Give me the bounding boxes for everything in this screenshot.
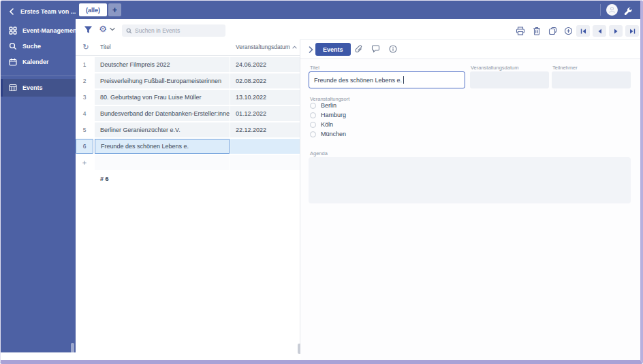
sidebar: Erstes Team von ... Event-Management Suc…: [1, 1, 76, 352]
record-count: # 6: [100, 176, 300, 182]
sort-ascending-icon: [292, 46, 297, 49]
radio-option-berlin[interactable]: Berlin: [310, 102, 336, 109]
view-tab-alle[interactable]: (alle): [79, 3, 107, 16]
sidebar-item-events[interactable]: Events: [1, 79, 76, 97]
row-number[interactable]: 5: [76, 122, 93, 137]
table-header: ↻ Titel Veranstaltungsdatum: [76, 39, 300, 56]
comment-bubble-icon[interactable]: [371, 45, 381, 55]
field-label-titel: Titel: [310, 65, 319, 71]
table-row[interactable]: 4 Bundesverband der Datenbanken-Erstelle…: [76, 106, 300, 121]
cell-titel[interactable]: Bundesverband der Datenbanken-Ersteller:…: [95, 106, 230, 121]
sidebar-item-label: Suche: [22, 43, 41, 50]
veranstaltungsdatum-input[interactable]: [470, 71, 549, 88]
duplicate-icon[interactable]: [547, 26, 558, 36]
chevron-down-icon[interactable]: [109, 26, 116, 33]
table-icon: [8, 84, 17, 93]
sidebar-item-label: Events: [22, 84, 43, 91]
cell-datum[interactable]: 24.06.2022: [230, 57, 300, 72]
table-pane: ↻ Titel Veranstaltungsdatum 1 Deutscher …: [76, 39, 300, 360]
column-header-veranstaltungsdatum[interactable]: Veranstaltungsdatum: [236, 44, 297, 50]
field-label-teilnehmer: Teilnehmer: [552, 65, 578, 71]
cell-datum[interactable]: 13.10.2022: [230, 90, 300, 105]
table-row-selected[interactable]: 6 Freunde des schönen Lebens e.: [76, 139, 300, 154]
radio-icon: [310, 122, 316, 128]
titel-input[interactable]: Freunde des schönen Lebens e.: [309, 71, 465, 88]
cell-datum[interactable]: 22.12.2022: [230, 122, 300, 137]
delete-icon[interactable]: [531, 26, 542, 36]
back-chevron-icon: [7, 7, 16, 16]
agenda-textarea[interactable]: [309, 157, 631, 203]
app-window: Erstes Team von ... Event-Management Suc…: [0, 0, 643, 364]
table-row[interactable]: 3 80. Geburtstag von Frau Luise Müller 1…: [76, 90, 300, 105]
sidebar-item-label: Event-Management: [22, 27, 79, 34]
detail-pane: Events Titel Freunde des schönen Lebens …: [300, 39, 640, 360]
table-rows: 1 Deutscher Filmpreis 2022 24.06.2022 2 …: [76, 57, 300, 182]
field-label-agenda: Agenda: [310, 150, 328, 156]
search-input[interactable]: [135, 27, 221, 34]
cell-titel[interactable]: Preisverleihung Fußball-Europameisterinn…: [95, 73, 230, 88]
cell-titel[interactable]: Deutscher Filmpreis 2022: [95, 57, 230, 72]
row-number[interactable]: 3: [76, 90, 93, 105]
cell-titel[interactable]: Freunde des schönen Lebens e.: [95, 139, 230, 154]
row-number[interactable]: 2: [76, 73, 93, 88]
search-icon: [8, 42, 17, 50]
text-cursor: [403, 76, 404, 84]
last-record-icon[interactable]: [625, 25, 639, 37]
table-row[interactable]: 2 Preisverleihung Fußball-Europameisteri…: [76, 73, 300, 88]
print-icon[interactable]: [515, 26, 526, 36]
gear-icon[interactable]: ⚙: [97, 23, 108, 35]
team-switcher[interactable]: Erstes Team von ...: [1, 1, 76, 22]
radio-icon: [310, 103, 316, 109]
settings-wrench-icon[interactable]: [622, 5, 633, 16]
cell-datum[interactable]: 01.12.2022: [230, 106, 300, 121]
teilnehmer-input[interactable]: [552, 71, 631, 88]
add-record-icon[interactable]: [563, 26, 574, 36]
refresh-icon[interactable]: ↻: [81, 42, 91, 52]
info-icon[interactable]: [388, 45, 398, 55]
field-label-veranstaltungsort: Veranstaltungsort: [310, 96, 349, 102]
search-box: [122, 24, 225, 37]
add-row-plus-icon[interactable]: +: [76, 155, 93, 170]
detail-header: Events: [300, 40, 640, 59]
add-view-tab-button[interactable]: +: [108, 3, 121, 16]
collapse-chevron-icon[interactable]: [306, 45, 315, 54]
radio-icon: [310, 112, 316, 118]
previous-record-icon[interactable]: [593, 25, 606, 37]
radio-icon: [310, 131, 316, 137]
radio-option-hamburg[interactable]: Hamburg: [310, 112, 346, 118]
row-number[interactable]: 6: [76, 139, 93, 154]
toolbar: ⚙: [76, 19, 640, 39]
user-avatar[interactable]: [606, 4, 618, 16]
team-name: Erstes Team von ...: [20, 8, 76, 15]
row-number[interactable]: 4: [76, 106, 93, 121]
detail-tab-events[interactable]: Events: [315, 43, 351, 56]
grid-icon: [8, 26, 17, 35]
topbar-separator: [600, 4, 601, 16]
cell-titel[interactable]: 80. Geburtstag von Frau Luise Müller: [95, 90, 230, 105]
table-row[interactable]: 1 Deutscher Filmpreis 2022 24.06.2022: [76, 57, 300, 72]
radio-option-koeln[interactable]: Köln: [310, 121, 333, 128]
field-label-veranstaltungsdatum: Veranstaltungsdatum: [471, 65, 518, 71]
cell-datum[interactable]: 02.08.2022: [230, 73, 300, 88]
sidebar-item-event-management[interactable]: Event-Management: [1, 22, 76, 38]
add-row[interactable]: +: [76, 155, 300, 170]
sidebar-separator: [1, 76, 76, 76]
radio-option-muenchen[interactable]: München: [310, 131, 346, 137]
column-header-titel[interactable]: Titel: [100, 44, 111, 50]
attachment-paperclip-icon[interactable]: [354, 45, 364, 55]
table-row[interactable]: 5 Berliner Geranienzüchter e.V. 22.12.20…: [76, 122, 300, 137]
first-record-icon[interactable]: [576, 25, 590, 37]
sidebar-resize-handle[interactable]: [71, 343, 74, 353]
next-record-icon[interactable]: [609, 25, 623, 37]
calendar-icon: [8, 57, 17, 66]
cell-titel[interactable]: Berliner Geranienzüchter e.V.: [95, 122, 230, 137]
row-number[interactable]: 1: [76, 57, 93, 72]
search-icon: [126, 28, 132, 34]
filter-icon[interactable]: [82, 24, 93, 35]
cell-datum[interactable]: [230, 139, 300, 154]
topbar: (alle) +: [76, 1, 640, 19]
sidebar-item-label: Kalender: [22, 59, 49, 65]
sidebar-item-kalender[interactable]: Kalender: [1, 54, 76, 69]
sidebar-item-suche[interactable]: Suche: [1, 38, 76, 54]
